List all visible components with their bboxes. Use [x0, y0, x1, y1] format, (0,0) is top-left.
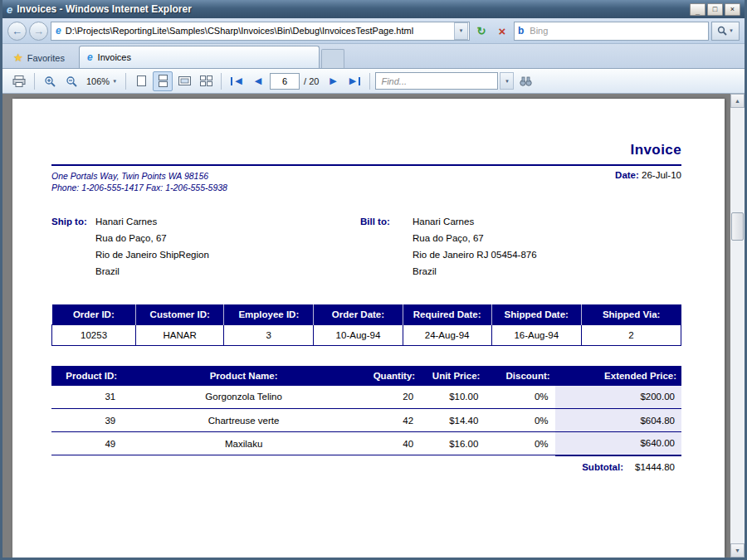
bill-to-name: Hanari Carnes: [413, 213, 537, 230]
page-width-view-button[interactable]: [174, 71, 194, 91]
search-box[interactable]: b: [514, 22, 709, 41]
invoice-page: Invoice One Portals Way, Twin Points WA …: [12, 99, 725, 558]
bill-to-lines: Rua do Paço, 67Rio de Janeiro RJ 05454-8…: [413, 230, 537, 280]
tab-invoices[interactable]: e Invoices: [79, 46, 320, 68]
continuous-view-button[interactable]: [153, 71, 173, 91]
find-button[interactable]: [515, 71, 535, 91]
first-page-bar: [231, 77, 232, 85]
chevron-down-icon: ▼: [112, 79, 117, 84]
table-cell: $604.80: [555, 409, 681, 432]
subtotal-row: Subtotal:$1444.80: [51, 455, 681, 479]
favorites-button[interactable]: ★ Favorites: [6, 47, 72, 68]
table-cell: 0%: [485, 386, 554, 409]
table-cell: $16.00: [420, 432, 485, 455]
single-page-icon: [136, 75, 147, 87]
separator: [34, 73, 35, 90]
scroll-up-button[interactable]: ▲: [730, 94, 745, 108]
previous-page-icon: ◀: [255, 76, 261, 85]
table-cell: 40: [365, 432, 420, 455]
new-tab-stub[interactable]: [321, 49, 344, 68]
bill-to-address: Hanari Carnes Rua do Paço, 67Rio de Jane…: [413, 213, 537, 280]
column-header: Shipped Via:: [581, 304, 681, 324]
separator: [369, 73, 370, 90]
window-controls: _ □ ×: [690, 3, 740, 16]
ie-logo-icon: e: [7, 4, 12, 15]
find-input[interactable]: [375, 72, 498, 90]
favorites-star-icon: ★: [13, 51, 23, 64]
address-bar: ← → e D:\Projects\ReportingLite\Samples\…: [2, 18, 745, 44]
print-button[interactable]: [9, 71, 29, 91]
stop-icon: ×: [499, 24, 506, 38]
zoom-in-icon: [44, 75, 56, 87]
page-number-input[interactable]: [270, 73, 300, 90]
first-page-button[interactable]: ◀: [227, 71, 247, 91]
next-page-button[interactable]: ▶: [323, 71, 343, 91]
column-header: Order ID:: [52, 304, 136, 324]
last-page-bar: [359, 77, 360, 85]
address-field[interactable]: e D:\Projects\ReportingLite\Samples\CSha…: [51, 22, 470, 41]
table-cell: 42: [365, 409, 420, 432]
invoice-title: Invoice: [51, 142, 681, 158]
titlebar: e Invoices - Windows Internet Explorer _…: [2, 0, 745, 18]
forward-button[interactable]: →: [29, 22, 48, 41]
binoculars-icon: [520, 76, 532, 86]
forward-icon: →: [33, 26, 44, 37]
order-table: Order ID:Customer ID:Employee ID:Order D…: [51, 304, 681, 346]
column-header: Extended Price:: [555, 366, 681, 386]
zoom-in-button[interactable]: [40, 71, 60, 91]
table-cell: Chartreuse verte: [122, 409, 365, 432]
tab-favicon: e: [87, 51, 93, 63]
invoice-date: Date: 26-Jul-10: [615, 170, 681, 193]
column-header: Shipped Date:: [491, 304, 581, 324]
last-page-button[interactable]: ▶: [344, 71, 364, 91]
vertical-scrollbar[interactable]: ▲ ▼: [730, 94, 745, 558]
content-area: Invoice One Portals Way, Twin Points WA …: [2, 94, 745, 558]
table-cell: 49: [51, 432, 122, 455]
date-label: Date:: [615, 170, 639, 180]
back-button[interactable]: ←: [7, 22, 27, 41]
address-line: Brazil: [413, 263, 537, 280]
single-page-view-button[interactable]: [131, 71, 151, 91]
favorites-bar: ★ Favorites e Invoices: [2, 44, 745, 69]
close-button[interactable]: ×: [725, 3, 740, 16]
table-cell: 2: [581, 324, 681, 345]
search-input[interactable]: [528, 25, 705, 37]
page-total: / 20: [304, 76, 319, 86]
back-icon: ←: [12, 26, 22, 37]
products-table: Product ID:Product Name:Quantity:Unit Pr…: [51, 366, 681, 479]
table-cell: $14.40: [420, 409, 485, 432]
chevron-down-icon: ▼: [505, 79, 510, 84]
minimize-button[interactable]: _: [690, 3, 706, 16]
refresh-button[interactable]: ↻: [472, 22, 491, 40]
table-cell: 24-Aug-94: [403, 324, 491, 345]
scroll-down-button[interactable]: ▼: [730, 543, 745, 558]
zoom-level-dropdown[interactable]: 106% ▼: [83, 71, 120, 91]
ship-to-block: Ship to: Hanari Carnes Rua do Paço, 67Ri…: [51, 213, 360, 280]
search-button[interactable]: ▼: [711, 22, 740, 41]
order-header-row: Order ID:Customer ID:Employee ID:Order D…: [52, 304, 681, 324]
multi-page-view-button[interactable]: [196, 71, 216, 91]
scrollbar-track[interactable]: [730, 108, 745, 543]
subtotal-cell: Subtotal:$1444.80: [555, 455, 681, 479]
column-header: Product Name:: [122, 366, 365, 386]
address-dropdown-button[interactable]: ▼: [454, 22, 468, 40]
stop-button[interactable]: ×: [493, 22, 511, 40]
search-icon: [717, 26, 727, 36]
page-width-icon: [178, 75, 191, 87]
find-options-dropdown[interactable]: ▼: [500, 72, 514, 90]
maximize-button[interactable]: □: [707, 3, 723, 16]
separator: [125, 73, 126, 90]
tab-title: Invoices: [98, 52, 131, 62]
zoom-out-button[interactable]: [61, 71, 81, 91]
address-line: Rio de Janeiro ShipRegion: [95, 246, 209, 263]
previous-page-button[interactable]: ◀: [248, 71, 268, 91]
column-header: Customer ID:: [136, 304, 224, 324]
close-icon: ×: [730, 6, 735, 13]
ie-window: e Invoices - Windows Internet Explorer _…: [0, 0, 747, 560]
bing-logo-icon: b: [518, 25, 524, 37]
scrollbar-thumb[interactable]: [731, 212, 744, 241]
ship-to-lines: Rua do Paço, 67Rio de Janeiro ShipRegion…: [95, 230, 209, 280]
subtotal-value: $1444.80: [635, 462, 675, 472]
address-line: Brazil: [95, 263, 209, 280]
table-cell: 10-Aug-94: [314, 324, 403, 345]
